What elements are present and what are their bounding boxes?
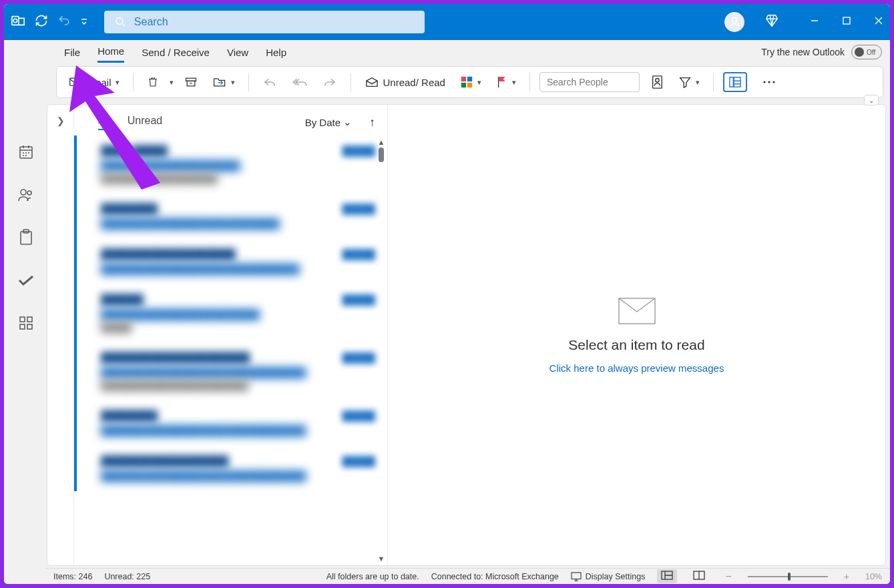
flag-button[interactable]: ▾ (492, 73, 520, 91)
reply-all-button[interactable] (288, 73, 312, 91)
nav-todo[interactable] (11, 267, 38, 294)
menu-view[interactable]: View (227, 43, 248, 62)
quick-access-dropdown-icon[interactable] (80, 16, 88, 28)
view-reading-button[interactable] (689, 569, 709, 583)
outlook-app-icon (11, 13, 25, 31)
svg-rect-6 (70, 78, 80, 85)
display-settings-button[interactable]: Display Settings (571, 572, 646, 581)
svg-point-4 (732, 17, 737, 22)
chevron-down-icon: ▾ (231, 78, 235, 87)
nav-rail (4, 100, 45, 584)
search-input[interactable] (134, 16, 414, 28)
reading-pane: Select an item to read Click here to alw… (388, 105, 885, 565)
message-item[interactable]: ████████████████████████████████████████… (74, 342, 387, 400)
delete-dropdown[interactable]: ▾ (170, 78, 174, 87)
reading-pane-preview-link[interactable]: Click here to always preview messages (549, 362, 724, 374)
svg-point-18 (768, 81, 770, 83)
undo-icon[interactable] (57, 14, 71, 30)
svg-rect-12 (467, 83, 472, 87)
svg-rect-9 (461, 77, 466, 81)
status-sync: All folders are up to date. (326, 572, 419, 581)
status-connection: Connected to: Microsoft Exchange (431, 572, 559, 581)
message-list: All Unread By Date ⌄ ↑ ▲ ▼ ████ ███ (74, 105, 388, 565)
svg-point-2 (13, 19, 17, 23)
more-options-button[interactable] (758, 77, 780, 87)
zoom-out-button[interactable]: − (721, 571, 735, 583)
chevron-down-icon: ▾ (477, 78, 481, 87)
chevron-right-icon: ❯ (57, 115, 65, 565)
statusbar: Items: 246 Unread: 225 All folders are u… (45, 568, 890, 584)
svg-point-19 (772, 81, 774, 83)
menu-send-receive[interactable]: Send / Receive (142, 43, 210, 62)
maximize-button[interactable] (842, 16, 851, 28)
zoom-in-button[interactable]: + (840, 571, 853, 582)
message-item[interactable]: ████████████████████████████████████████ (74, 194, 387, 239)
svg-rect-16 (734, 77, 740, 87)
ribbon-expand-button[interactable]: ⌄ (864, 95, 879, 105)
menu-home[interactable]: Home (97, 41, 124, 63)
message-item[interactable]: ████████████████████████████████████████… (74, 239, 387, 284)
unread-read-button[interactable]: Unread/ Read (361, 73, 449, 91)
filter-all-tab[interactable]: All (98, 114, 110, 130)
address-book-button[interactable] (646, 72, 668, 92)
move-button[interactable]: ▾ (208, 73, 239, 91)
forward-button[interactable] (318, 73, 341, 91)
new-email-button[interactable]: Email ▾ (65, 73, 124, 91)
sync-icon[interactable] (35, 14, 48, 30)
zoom-level[interactable]: 10% (865, 572, 882, 581)
filter-button[interactable]: ▾ (674, 73, 704, 91)
svg-point-3 (116, 18, 123, 25)
search-icon (115, 16, 126, 28)
view-normal-button[interactable] (657, 569, 677, 583)
archive-button[interactable] (180, 73, 202, 91)
categorize-button[interactable]: ▾ (456, 73, 485, 91)
premium-diamond-icon[interactable] (764, 13, 779, 31)
nav-more-apps[interactable] (11, 310, 38, 336)
nav-calendar[interactable] (11, 139, 38, 166)
chevron-down-icon: ▾ (512, 78, 516, 87)
account-avatar[interactable] (724, 12, 744, 32)
status-item-count: Items: 246 (53, 572, 92, 581)
folder-pane-collapse[interactable]: ❯ (47, 105, 74, 565)
new-email-label: Email (86, 77, 111, 88)
nav-people[interactable] (11, 182, 38, 208)
svg-rect-29 (27, 324, 32, 329)
svg-point-14 (656, 79, 659, 82)
search-people-input[interactable] (547, 77, 632, 87)
message-item[interactable]: ████ ███████████████████████████████████… (74, 135, 387, 194)
svg-point-17 (763, 81, 765, 83)
nav-tasks[interactable] (11, 224, 38, 251)
message-item[interactable]: ████████████████████████████████████████ (74, 284, 387, 342)
scroll-down-arrow[interactable]: ▼ (378, 555, 385, 563)
menubar: File Home Send / Receive View Help Try t… (4, 40, 890, 64)
chevron-down-icon: ⌄ (343, 116, 352, 128)
svg-rect-27 (27, 317, 32, 322)
try-new-outlook-toggle[interactable]: Off (851, 45, 882, 59)
minimize-button[interactable] (810, 16, 819, 28)
menu-file[interactable]: File (64, 43, 80, 62)
status-unread-count: Unread: 225 (104, 572, 150, 581)
reading-pane-title: Select an item to read (568, 337, 704, 353)
message-item[interactable]: ████████████████████████████████████████… (74, 400, 387, 446)
search-box[interactable] (104, 11, 425, 33)
svg-rect-31 (572, 572, 581, 579)
search-people-box[interactable] (539, 72, 640, 92)
close-button[interactable] (874, 16, 883, 28)
message-item[interactable]: ████████████████████████████████████████… (74, 446, 387, 491)
sort-by-button[interactable]: By Date ⌄ (305, 116, 352, 128)
envelope-icon (618, 297, 656, 328)
chevron-down-icon: ▾ (696, 78, 700, 87)
zoom-slider[interactable] (748, 576, 828, 577)
svg-rect-28 (20, 324, 25, 329)
menu-help[interactable]: Help (266, 43, 286, 62)
toggle-state-label: Off (867, 49, 875, 56)
reply-button[interactable] (258, 73, 281, 91)
reading-pane-layout-button[interactable] (723, 72, 747, 92)
try-new-outlook-label: Try the new Outlook (761, 47, 845, 57)
svg-point-22 (21, 190, 26, 195)
delete-button[interactable] (143, 73, 163, 91)
filter-unread-tab[interactable]: Unread (128, 115, 162, 129)
ribbon: Email ▾ ▾ ▾ (56, 66, 883, 98)
sort-direction-button[interactable]: ↑ (369, 115, 375, 129)
svg-rect-11 (461, 83, 466, 87)
